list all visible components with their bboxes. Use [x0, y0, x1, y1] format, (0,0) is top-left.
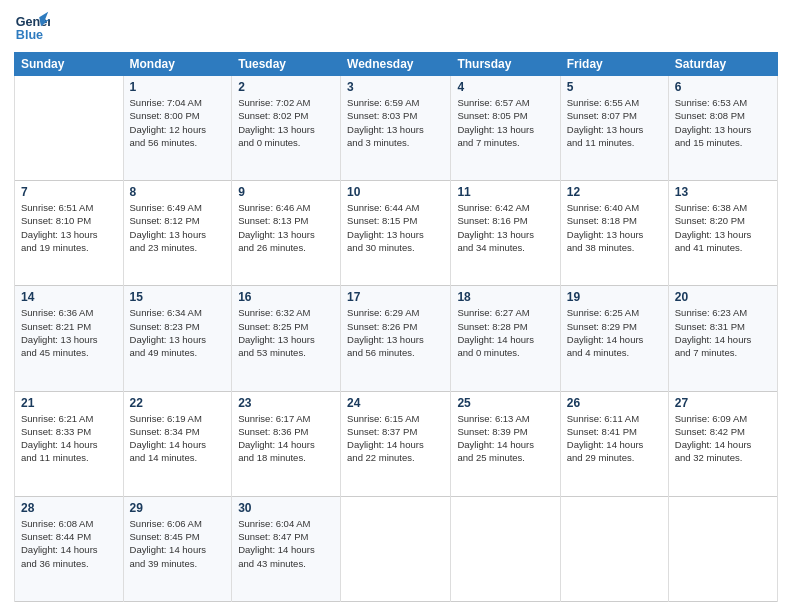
day-info: Sunrise: 6:53 AM Sunset: 8:08 PM Dayligh…: [675, 96, 771, 149]
day-number: 2: [238, 80, 334, 94]
logo-icon: General Blue: [14, 10, 50, 46]
calendar-cell: 17Sunrise: 6:29 AM Sunset: 8:26 PM Dayli…: [341, 286, 451, 391]
day-info: Sunrise: 6:17 AM Sunset: 8:36 PM Dayligh…: [238, 412, 334, 465]
day-number: 21: [21, 396, 117, 410]
header-cell-wednesday: Wednesday: [341, 53, 451, 76]
calendar-cell: 3Sunrise: 6:59 AM Sunset: 8:03 PM Daylig…: [341, 76, 451, 181]
calendar-cell: 8Sunrise: 6:49 AM Sunset: 8:12 PM Daylig…: [123, 181, 232, 286]
calendar-table: SundayMondayTuesdayWednesdayThursdayFrid…: [14, 52, 778, 602]
calendar-cell: 12Sunrise: 6:40 AM Sunset: 8:18 PM Dayli…: [560, 181, 668, 286]
calendar-cell: 20Sunrise: 6:23 AM Sunset: 8:31 PM Dayli…: [668, 286, 777, 391]
calendar-cell: 28Sunrise: 6:08 AM Sunset: 8:44 PM Dayli…: [15, 496, 124, 601]
day-info: Sunrise: 6:08 AM Sunset: 8:44 PM Dayligh…: [21, 517, 117, 570]
day-number: 17: [347, 290, 444, 304]
day-info: Sunrise: 6:42 AM Sunset: 8:16 PM Dayligh…: [457, 201, 553, 254]
header: General Blue: [14, 10, 778, 46]
calendar-cell: [451, 496, 560, 601]
calendar-cell: 21Sunrise: 6:21 AM Sunset: 8:33 PM Dayli…: [15, 391, 124, 496]
calendar-cell: 5Sunrise: 6:55 AM Sunset: 8:07 PM Daylig…: [560, 76, 668, 181]
week-row-1: 7Sunrise: 6:51 AM Sunset: 8:10 PM Daylig…: [15, 181, 778, 286]
day-info: Sunrise: 6:11 AM Sunset: 8:41 PM Dayligh…: [567, 412, 662, 465]
calendar-cell: 13Sunrise: 6:38 AM Sunset: 8:20 PM Dayli…: [668, 181, 777, 286]
day-info: Sunrise: 6:23 AM Sunset: 8:31 PM Dayligh…: [675, 306, 771, 359]
calendar-cell: 25Sunrise: 6:13 AM Sunset: 8:39 PM Dayli…: [451, 391, 560, 496]
day-info: Sunrise: 6:57 AM Sunset: 8:05 PM Dayligh…: [457, 96, 553, 149]
calendar-cell: 19Sunrise: 6:25 AM Sunset: 8:29 PM Dayli…: [560, 286, 668, 391]
day-number: 5: [567, 80, 662, 94]
day-info: Sunrise: 7:02 AM Sunset: 8:02 PM Dayligh…: [238, 96, 334, 149]
calendar-cell: 1Sunrise: 7:04 AM Sunset: 8:00 PM Daylig…: [123, 76, 232, 181]
header-cell-sunday: Sunday: [15, 53, 124, 76]
day-info: Sunrise: 6:34 AM Sunset: 8:23 PM Dayligh…: [130, 306, 226, 359]
week-row-2: 14Sunrise: 6:36 AM Sunset: 8:21 PM Dayli…: [15, 286, 778, 391]
day-info: Sunrise: 6:36 AM Sunset: 8:21 PM Dayligh…: [21, 306, 117, 359]
day-info: Sunrise: 6:49 AM Sunset: 8:12 PM Dayligh…: [130, 201, 226, 254]
day-number: 4: [457, 80, 553, 94]
day-number: 26: [567, 396, 662, 410]
day-number: 25: [457, 396, 553, 410]
day-info: Sunrise: 6:04 AM Sunset: 8:47 PM Dayligh…: [238, 517, 334, 570]
day-info: Sunrise: 6:25 AM Sunset: 8:29 PM Dayligh…: [567, 306, 662, 359]
day-number: 6: [675, 80, 771, 94]
day-number: 11: [457, 185, 553, 199]
day-number: 18: [457, 290, 553, 304]
calendar-cell: 4Sunrise: 6:57 AM Sunset: 8:05 PM Daylig…: [451, 76, 560, 181]
calendar-cell: 26Sunrise: 6:11 AM Sunset: 8:41 PM Dayli…: [560, 391, 668, 496]
day-info: Sunrise: 6:40 AM Sunset: 8:18 PM Dayligh…: [567, 201, 662, 254]
calendar-cell: [15, 76, 124, 181]
calendar-cell: 23Sunrise: 6:17 AM Sunset: 8:36 PM Dayli…: [232, 391, 341, 496]
calendar-cell: 27Sunrise: 6:09 AM Sunset: 8:42 PM Dayli…: [668, 391, 777, 496]
day-info: Sunrise: 6:38 AM Sunset: 8:20 PM Dayligh…: [675, 201, 771, 254]
day-number: 12: [567, 185, 662, 199]
calendar-cell: 24Sunrise: 6:15 AM Sunset: 8:37 PM Dayli…: [341, 391, 451, 496]
day-number: 7: [21, 185, 117, 199]
week-row-3: 21Sunrise: 6:21 AM Sunset: 8:33 PM Dayli…: [15, 391, 778, 496]
calendar-cell: 22Sunrise: 6:19 AM Sunset: 8:34 PM Dayli…: [123, 391, 232, 496]
day-number: 16: [238, 290, 334, 304]
calendar-cell: [341, 496, 451, 601]
calendar-cell: [668, 496, 777, 601]
day-info: Sunrise: 6:13 AM Sunset: 8:39 PM Dayligh…: [457, 412, 553, 465]
day-number: 22: [130, 396, 226, 410]
calendar-cell: 11Sunrise: 6:42 AM Sunset: 8:16 PM Dayli…: [451, 181, 560, 286]
week-row-0: 1Sunrise: 7:04 AM Sunset: 8:00 PM Daylig…: [15, 76, 778, 181]
calendar-cell: 10Sunrise: 6:44 AM Sunset: 8:15 PM Dayli…: [341, 181, 451, 286]
day-info: Sunrise: 6:51 AM Sunset: 8:10 PM Dayligh…: [21, 201, 117, 254]
logo: General Blue: [14, 10, 50, 46]
day-number: 27: [675, 396, 771, 410]
calendar-cell: 9Sunrise: 6:46 AM Sunset: 8:13 PM Daylig…: [232, 181, 341, 286]
calendar-cell: 29Sunrise: 6:06 AM Sunset: 8:45 PM Dayli…: [123, 496, 232, 601]
day-info: Sunrise: 6:21 AM Sunset: 8:33 PM Dayligh…: [21, 412, 117, 465]
calendar-cell: 15Sunrise: 6:34 AM Sunset: 8:23 PM Dayli…: [123, 286, 232, 391]
day-info: Sunrise: 6:59 AM Sunset: 8:03 PM Dayligh…: [347, 96, 444, 149]
week-row-4: 28Sunrise: 6:08 AM Sunset: 8:44 PM Dayli…: [15, 496, 778, 601]
header-cell-tuesday: Tuesday: [232, 53, 341, 76]
page: General Blue SundayMondayTuesdayWednesda…: [0, 0, 792, 612]
calendar: SundayMondayTuesdayWednesdayThursdayFrid…: [14, 52, 778, 602]
day-info: Sunrise: 6:29 AM Sunset: 8:26 PM Dayligh…: [347, 306, 444, 359]
day-number: 15: [130, 290, 226, 304]
calendar-cell: 6Sunrise: 6:53 AM Sunset: 8:08 PM Daylig…: [668, 76, 777, 181]
day-number: 9: [238, 185, 334, 199]
day-number: 20: [675, 290, 771, 304]
header-cell-monday: Monday: [123, 53, 232, 76]
calendar-cell: 18Sunrise: 6:27 AM Sunset: 8:28 PM Dayli…: [451, 286, 560, 391]
calendar-cell: 16Sunrise: 6:32 AM Sunset: 8:25 PM Dayli…: [232, 286, 341, 391]
day-info: Sunrise: 6:55 AM Sunset: 8:07 PM Dayligh…: [567, 96, 662, 149]
day-info: Sunrise: 6:46 AM Sunset: 8:13 PM Dayligh…: [238, 201, 334, 254]
day-number: 10: [347, 185, 444, 199]
day-info: Sunrise: 6:09 AM Sunset: 8:42 PM Dayligh…: [675, 412, 771, 465]
day-info: Sunrise: 6:15 AM Sunset: 8:37 PM Dayligh…: [347, 412, 444, 465]
header-row: SundayMondayTuesdayWednesdayThursdayFrid…: [15, 53, 778, 76]
day-number: 23: [238, 396, 334, 410]
day-info: Sunrise: 6:19 AM Sunset: 8:34 PM Dayligh…: [130, 412, 226, 465]
day-number: 13: [675, 185, 771, 199]
day-number: 3: [347, 80, 444, 94]
day-number: 14: [21, 290, 117, 304]
day-number: 30: [238, 501, 334, 515]
day-number: 8: [130, 185, 226, 199]
calendar-cell: 30Sunrise: 6:04 AM Sunset: 8:47 PM Dayli…: [232, 496, 341, 601]
calendar-cell: 14Sunrise: 6:36 AM Sunset: 8:21 PM Dayli…: [15, 286, 124, 391]
calendar-cell: 7Sunrise: 6:51 AM Sunset: 8:10 PM Daylig…: [15, 181, 124, 286]
day-info: Sunrise: 6:44 AM Sunset: 8:15 PM Dayligh…: [347, 201, 444, 254]
